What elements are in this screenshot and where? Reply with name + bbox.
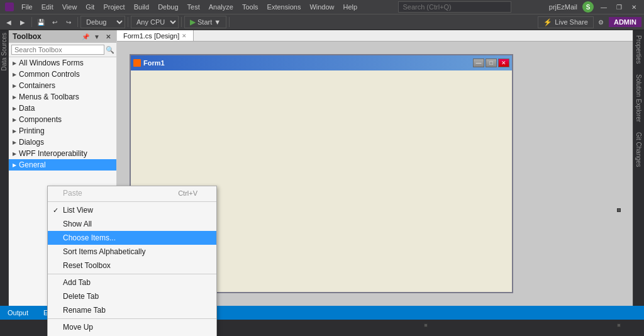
toolbox-section-general[interactable]: ▶General bbox=[9, 159, 116, 171]
menu-item-debug[interactable]: Debug bbox=[154, 2, 182, 12]
design-tab-close[interactable]: ✕ bbox=[182, 33, 187, 39]
ctx-item-label: Rename Tab bbox=[63, 306, 106, 315]
menu-item-view[interactable]: View bbox=[58, 2, 81, 12]
section-label: WPF Interoperability bbox=[19, 149, 87, 158]
data-sources-strip[interactable]: Data Sources bbox=[0, 30, 9, 74]
back-button[interactable]: ◀ bbox=[3, 16, 15, 28]
section-arrow: ▶ bbox=[13, 117, 16, 123]
ctx-item-label: Add Tab bbox=[63, 278, 91, 287]
toolbar-separator-2 bbox=[77, 17, 78, 27]
section-arrow: ▶ bbox=[13, 128, 16, 134]
menu-item-project[interactable]: Project bbox=[99, 2, 128, 12]
platform-dropdown[interactable]: Any CPUx86x64 bbox=[131, 16, 179, 28]
menu-item-extensions[interactable]: Extensions bbox=[264, 2, 305, 12]
ctx-item-label: Paste bbox=[63, 189, 82, 198]
toolbox-dropdown-button[interactable]: ▼ bbox=[92, 32, 101, 41]
section-arrow: ▶ bbox=[13, 60, 16, 66]
ctx-item-label: Choose Items... bbox=[63, 233, 116, 242]
ctx-item-add-tab[interactable]: Add Tab bbox=[48, 276, 216, 289]
form-win-buttons: — □ ✕ bbox=[473, 59, 509, 67]
menu-item-analyze[interactable]: Analyze bbox=[205, 2, 237, 12]
section-arrow: ▶ bbox=[13, 151, 16, 157]
ctx-item-move-up[interactable]: Move Up bbox=[48, 320, 216, 334]
settings-button[interactable]: ⚙ bbox=[595, 16, 608, 28]
menu-item-window[interactable]: Window bbox=[306, 2, 338, 12]
form-close-button[interactable]: ✕ bbox=[498, 59, 509, 67]
section-label: Data bbox=[19, 104, 35, 113]
ctx-item-sort-items-alphabetically[interactable]: Sort Items Alphabetically bbox=[48, 245, 216, 259]
menu-item-help[interactable]: Help bbox=[340, 2, 362, 12]
ctx-item-choose-items[interactable]: Choose Items... bbox=[48, 231, 216, 245]
app-title-label: prjEzMail bbox=[549, 3, 577, 11]
toolbox-search-input[interactable] bbox=[11, 45, 104, 55]
ctx-separator bbox=[48, 201, 216, 202]
resize-handle-corner[interactable] bbox=[617, 323, 621, 327]
debug-config-dropdown[interactable]: DebugRelease bbox=[80, 16, 125, 28]
live-share-button[interactable]: ⚡ Live Share bbox=[538, 16, 594, 28]
toolbox-sections: ▶All Windows Forms▶Common Controls▶Conta… bbox=[9, 57, 116, 171]
ctx-item-show-all[interactable]: Show All bbox=[48, 217, 216, 231]
toolbox-section-containers[interactable]: ▶Containers bbox=[9, 80, 116, 91]
ctx-item-delete-tab[interactable]: Delete Tab bbox=[48, 289, 216, 303]
form-titlebar: Form1 — □ ✕ bbox=[131, 55, 512, 70]
menu-item-build[interactable]: Build bbox=[130, 2, 153, 12]
status-tab-output[interactable]: Output bbox=[5, 309, 31, 316]
ctx-item-label: Move Up bbox=[63, 323, 93, 332]
toolbar-separator-3 bbox=[128, 17, 128, 27]
git-changes-strip[interactable]: Git Changes bbox=[634, 130, 643, 170]
toolbox-section-components[interactable]: ▶Components bbox=[9, 114, 116, 125]
toolbox-title: Toolbox bbox=[13, 32, 42, 41]
forward-button[interactable]: ▶ bbox=[16, 16, 29, 28]
ctx-item-paste: PasteCtrl+V bbox=[48, 186, 216, 200]
properties-strip[interactable]: Properties bbox=[634, 33, 643, 67]
menu-bar: FileEditViewGitProjectBuildDebugTestAnal… bbox=[18, 2, 361, 12]
liveshare-icon: ⚡ bbox=[543, 18, 552, 26]
menu-item-git[interactable]: Git bbox=[82, 2, 98, 12]
titlebar: FileEditViewGitProjectBuildDebugTestAnal… bbox=[0, 0, 644, 14]
section-arrow: ▶ bbox=[13, 106, 16, 111]
toolbox-section-printing[interactable]: ▶Printing bbox=[9, 125, 116, 137]
ctx-item-rename-tab[interactable]: Rename Tab bbox=[48, 303, 216, 317]
close-button[interactable]: ✕ bbox=[629, 2, 639, 12]
menu-item-test[interactable]: Test bbox=[184, 2, 204, 12]
resize-handle-right[interactable] bbox=[617, 208, 621, 212]
context-menu: PasteCtrl+V✓List ViewShow AllChoose Item… bbox=[47, 186, 217, 336]
ctx-item-label: Show All bbox=[63, 220, 92, 228]
redo-button[interactable]: ↪ bbox=[62, 16, 75, 28]
menu-item-tools[interactable]: Tools bbox=[238, 2, 262, 12]
toolbox-section-wpf-interoperability[interactable]: ▶WPF Interoperability bbox=[9, 148, 116, 159]
form-maximize-button[interactable]: □ bbox=[486, 59, 497, 67]
search-input[interactable] bbox=[398, 1, 511, 13]
section-label: Printing bbox=[19, 126, 45, 135]
ctx-item-label: Reset Toolbox bbox=[63, 261, 111, 270]
toolbox-pin-button[interactable]: 📌 bbox=[81, 32, 90, 41]
resize-handle-bottom[interactable] bbox=[424, 323, 428, 327]
form-minimize-button[interactable]: — bbox=[473, 59, 484, 67]
admin-button[interactable]: ADMIN bbox=[609, 17, 641, 27]
start-label: Start bbox=[197, 18, 212, 26]
menu-item-file[interactable]: File bbox=[18, 2, 36, 12]
toolbox-section-dialogs[interactable]: ▶Dialogs bbox=[9, 137, 116, 148]
toolbox-section-common-controls[interactable]: ▶Common Controls bbox=[9, 69, 116, 80]
design-tab-form1[interactable]: Form1.cs [Design] ✕ bbox=[117, 30, 194, 41]
ctx-item-reset-toolbox[interactable]: Reset Toolbox bbox=[48, 259, 216, 272]
start-button[interactable]: ▶ Start ▼ bbox=[184, 16, 226, 28]
minimize-button[interactable]: — bbox=[599, 2, 609, 12]
undo-button[interactable]: ↩ bbox=[48, 16, 61, 28]
toolbox-section-data[interactable]: ▶Data bbox=[9, 103, 116, 114]
form-title-area: Form1 bbox=[133, 59, 165, 67]
section-arrow: ▶ bbox=[13, 72, 16, 77]
live-share-label: Live Share bbox=[555, 18, 588, 26]
toolbox-header: Toolbox 📌 ▼ ✕ bbox=[9, 30, 116, 43]
toolbox-section-all-windows-forms[interactable]: ▶All Windows Forms bbox=[9, 57, 116, 69]
toolbox-close-button[interactable]: ✕ bbox=[104, 32, 113, 41]
title-left: FileEditViewGitProjectBuildDebugTestAnal… bbox=[5, 2, 361, 12]
ctx-item-list-view[interactable]: ✓List View bbox=[48, 203, 216, 217]
menu-item-edit[interactable]: Edit bbox=[38, 2, 57, 12]
maximize-button[interactable]: ❐ bbox=[614, 2, 624, 12]
save-button[interactable]: 💾 bbox=[35, 16, 47, 28]
toolbar-separator-1 bbox=[31, 17, 32, 27]
toolbox-section-menus--toolbars[interactable]: ▶Menus & Toolbars bbox=[9, 91, 116, 103]
play-icon: ▶ bbox=[190, 18, 196, 26]
solution-explorer-strip[interactable]: Solution Explorer bbox=[634, 72, 643, 125]
